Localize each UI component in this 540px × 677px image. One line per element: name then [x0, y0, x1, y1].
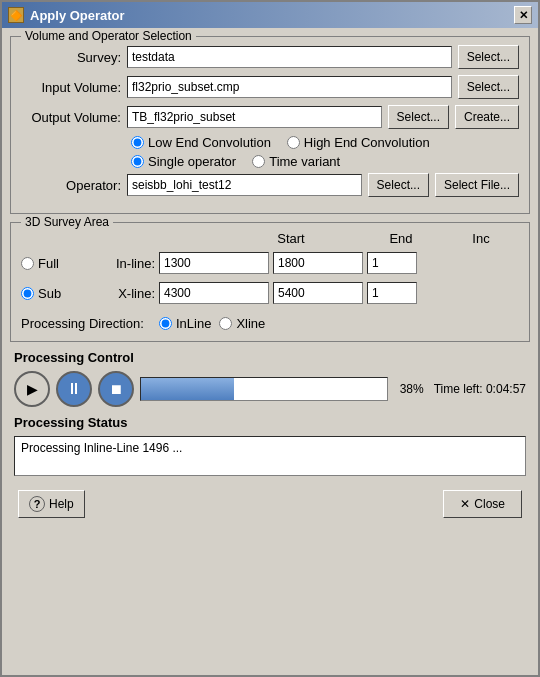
sub-xline-row: Sub X-line: [21, 282, 519, 304]
inline-label: In-line: [105, 256, 155, 271]
xline-direction-option[interactable]: Xline [219, 316, 265, 331]
output-volume-select-button[interactable]: Select... [388, 105, 449, 129]
play-icon [27, 380, 38, 398]
input-volume-input[interactable] [127, 76, 452, 98]
survey-area-group-title: 3D Survey Area [21, 215, 113, 229]
time-left: Time left: 0:04:57 [434, 382, 526, 396]
survey-input[interactable] [127, 46, 452, 68]
window-title: Apply Operator [30, 8, 125, 23]
high-end-convolution-option[interactable]: High End Convolution [287, 135, 430, 150]
col-end-header: End [351, 231, 451, 246]
output-volume-row: Output Volume: Select... Create... [21, 105, 519, 129]
inline-end-input[interactable] [273, 252, 363, 274]
status-box: Processing Inline-Line 1496 ... [14, 436, 526, 476]
progress-bar [140, 377, 388, 401]
input-volume-label: Input Volume: [21, 80, 121, 95]
full-radio[interactable] [21, 257, 34, 270]
survey-area-content: Start End Inc Full In-line: [21, 231, 519, 331]
col-start-header: Start [231, 231, 351, 246]
single-operator-radio[interactable] [131, 155, 144, 168]
stop-icon: ⏹ [109, 381, 123, 397]
time-variant-label: Time variant [269, 154, 340, 169]
xline-start-input[interactable] [159, 282, 269, 304]
help-button[interactable]: ? Help [18, 490, 85, 518]
window-close-button[interactable]: ✕ [514, 6, 532, 24]
output-volume-create-button[interactable]: Create... [455, 105, 519, 129]
xline-label: X-line: [105, 286, 155, 301]
pause-icon: ⏸ [66, 380, 82, 398]
input-volume-select-button[interactable]: Select... [458, 75, 519, 99]
operator-select-button[interactable]: Select... [368, 173, 429, 197]
processing-control-label: Processing Control [14, 350, 526, 365]
title-bar: 🔶 Apply Operator ✕ [2, 2, 538, 28]
single-operator-label: Single operator [148, 154, 236, 169]
convolution-radio-row: Low End Convolution High End Convolution [21, 135, 519, 150]
progress-percent: 38% [400, 382, 424, 396]
progress-fill [141, 378, 234, 400]
operator-row: Operator: Select... Select File... [21, 173, 519, 197]
survey-area-group: 3D Survey Area Start End Inc Full In- [10, 222, 530, 342]
inline-direction-option[interactable]: InLine [159, 316, 211, 331]
close-label: Close [474, 497, 505, 511]
volume-operator-group: Volume and Operator Selection Survey: Se… [10, 36, 530, 214]
processing-control-section: Processing Control ⏸ ⏹ 38% Time left: 0:… [10, 350, 530, 407]
operator-type-radio-row: Single operator Time variant [21, 154, 519, 169]
time-variant-option[interactable]: Time variant [252, 154, 340, 169]
volume-operator-group-title: Volume and Operator Selection [21, 29, 196, 43]
main-window: 🔶 Apply Operator ✕ Volume and Operator S… [0, 0, 540, 677]
high-end-radio[interactable] [287, 136, 300, 149]
operator-input[interactable] [127, 174, 362, 196]
survey-label: Survey: [21, 50, 121, 65]
inline-direction-label: InLine [176, 316, 211, 331]
output-volume-label: Output Volume: [21, 110, 121, 125]
content-area: Volume and Operator Selection Survey: Se… [2, 28, 538, 675]
survey-select-button[interactable]: Select... [458, 45, 519, 69]
operator-select-file-button[interactable]: Select File... [435, 173, 519, 197]
full-label: Full [38, 256, 59, 271]
low-end-convolution-option[interactable]: Low End Convolution [131, 135, 271, 150]
low-end-label: Low End Convolution [148, 135, 271, 150]
survey-row: Survey: Select... [21, 45, 519, 69]
pause-button[interactable]: ⏸ [56, 371, 92, 407]
inline-inc-input[interactable] [367, 252, 417, 274]
full-inline-row: Full In-line: [21, 252, 519, 274]
xline-direction-radio[interactable] [219, 317, 232, 330]
bottom-bar: ? Help ✕ Close [10, 484, 530, 524]
xline-direction-label: Xline [236, 316, 265, 331]
close-x-icon: ✕ [460, 497, 470, 511]
processing-status-label: Processing Status [14, 415, 526, 430]
xline-inc-input[interactable] [367, 282, 417, 304]
operator-label: Operator: [21, 178, 121, 193]
col-inc-header: Inc [451, 231, 511, 246]
proc-buttons-row: ⏸ ⏹ 38% Time left: 0:04:57 [14, 371, 526, 407]
status-text: Processing Inline-Line 1496 ... [21, 441, 182, 455]
close-button[interactable]: ✕ Close [443, 490, 522, 518]
input-volume-row: Input Volume: Select... [21, 75, 519, 99]
time-variant-radio[interactable] [252, 155, 265, 168]
direction-label: Processing Direction: [21, 316, 151, 331]
stop-button[interactable]: ⏹ [98, 371, 134, 407]
help-icon: ? [29, 496, 45, 512]
inline-direction-radio[interactable] [159, 317, 172, 330]
single-operator-option[interactable]: Single operator [131, 154, 236, 169]
output-volume-input[interactable] [127, 106, 382, 128]
processing-status-section: Processing Status Processing Inline-Line… [10, 415, 530, 476]
sub-label: Sub [38, 286, 61, 301]
window-icon: 🔶 [8, 7, 24, 23]
inline-start-input[interactable] [159, 252, 269, 274]
direction-row: Processing Direction: InLine Xline [21, 316, 519, 331]
sub-radio[interactable] [21, 287, 34, 300]
high-end-label: High End Convolution [304, 135, 430, 150]
low-end-radio[interactable] [131, 136, 144, 149]
play-button[interactable] [14, 371, 50, 407]
survey-header-row: Start End Inc [21, 231, 519, 246]
xline-end-input[interactable] [273, 282, 363, 304]
help-label: Help [49, 497, 74, 511]
